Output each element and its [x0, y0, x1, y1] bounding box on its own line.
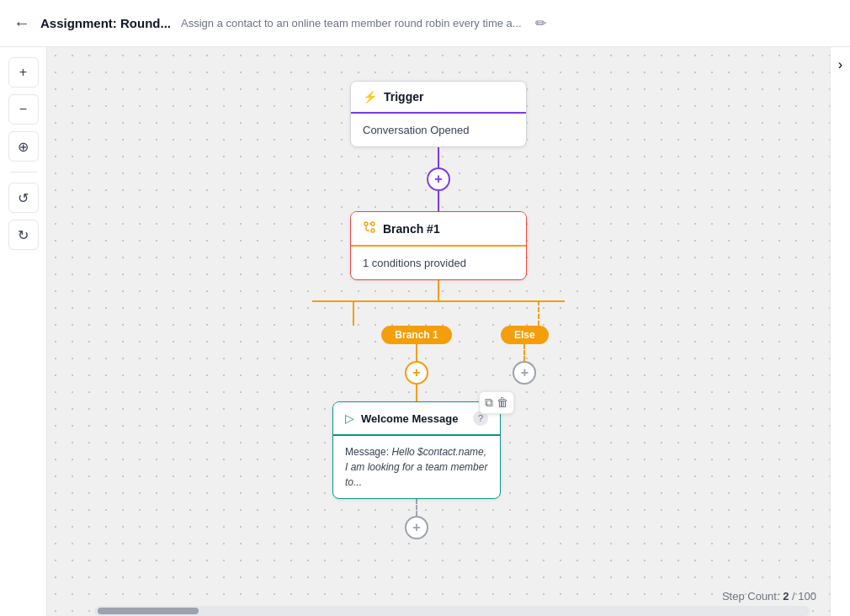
message-icon: ▷	[345, 412, 354, 425]
toolbar-divider	[10, 172, 37, 173]
branch-split-area: Branch 1 + ▷ Welcome Message ?	[304, 280, 573, 539]
trigger-icon: ⚡	[363, 90, 377, 104]
trigger-body: Conversation Opened	[351, 114, 526, 146]
svg-point-0	[364, 222, 368, 226]
else-column: Else +	[501, 326, 549, 385]
step-count-label: Step Count:	[722, 590, 780, 603]
branch1-column: Branch 1 + ▷ Welcome Message ?	[332, 326, 501, 539]
back-button[interactable]: ←	[13, 13, 30, 33]
page-title: Assignment: Round...	[40, 16, 171, 30]
message-node-wrapper: ▷ Welcome Message ? Message: Hello $cont…	[332, 401, 501, 499]
edit-icon[interactable]: ✏	[535, 15, 546, 31]
h-connector	[312, 300, 565, 302]
header-description: Assign a contact to an online team membe…	[181, 17, 522, 29]
branch1-vline	[353, 300, 354, 326]
step-count-current: 2	[783, 590, 789, 603]
trigger-title: Trigger	[384, 90, 423, 104]
redo-button[interactable]: ↻	[8, 220, 39, 250]
left-toolbar: + − ⊕ ↺ ↻	[0, 47, 47, 616]
connector-line-1	[438, 147, 439, 167]
else-dashed-vline	[523, 344, 525, 361]
zoom-in-button[interactable]: +	[8, 57, 39, 88]
else-vline	[538, 300, 539, 326]
message-title: Welcome Message	[361, 412, 466, 425]
message-node[interactable]: ▷ Welcome Message ? Message: Hello $cont…	[332, 401, 501, 499]
flow-container: ⚡ Trigger Conversation Opened +	[304, 81, 573, 539]
svg-point-2	[371, 222, 375, 226]
branch1-vline3	[416, 385, 417, 401]
step-count: Step Count: 2 / 100	[722, 590, 816, 603]
branch-vline	[438, 280, 439, 300]
right-panel-toggle[interactable]: ›	[830, 47, 850, 616]
svg-point-1	[371, 229, 375, 232]
add-button-after-msg[interactable]: +	[405, 516, 428, 539]
branch1-pill[interactable]: Branch 1	[381, 326, 451, 344]
connector-line-2	[438, 191, 439, 211]
trigger-node[interactable]: ⚡ Trigger Conversation Opened	[350, 81, 527, 147]
add-button-else[interactable]: +	[513, 361, 536, 385]
panel-toggle-icon: ›	[838, 57, 842, 72]
main-layout: + − ⊕ ↺ ↻ ⚡ Trigger Conversation Opened …	[0, 47, 850, 616]
canvas: ⚡ Trigger Conversation Opened +	[47, 47, 830, 616]
message-label: Message:	[345, 446, 389, 458]
message-header: ▷ Welcome Message ?	[333, 402, 500, 436]
add-button-1[interactable]: +	[427, 167, 450, 191]
branch-label-row: Branch 1 + ▷ Welcome Message ?	[312, 326, 565, 539]
else-pill[interactable]: Else	[501, 326, 549, 344]
branch-body: 1 conditions provided	[351, 247, 526, 279]
after-msg-vline	[416, 499, 417, 516]
header: ← Assignment: Round... Assign a contact …	[0, 0, 850, 47]
step-count-max: 100	[798, 590, 816, 603]
message-body: Message: Hello $contact.name, I am looki…	[333, 436, 500, 498]
trigger-header: ⚡ Trigger	[351, 82, 526, 114]
add-button-branch1[interactable]: +	[405, 361, 428, 385]
step-count-separator: /	[792, 590, 795, 603]
copy-button[interactable]: ⧉	[485, 396, 493, 410]
branch1-vline2	[416, 344, 417, 361]
undo-button[interactable]: ↺	[8, 183, 39, 213]
bottom-scrollbar[interactable]	[94, 606, 810, 616]
zoom-out-button[interactable]: −	[8, 94, 39, 125]
scrollbar-thumb	[98, 608, 199, 614]
connector-1: +	[427, 147, 450, 211]
branch-node[interactable]: Branch #1 1 conditions provided	[350, 211, 527, 280]
branch-icon	[363, 220, 376, 236]
center-button[interactable]: ⊕	[8, 131, 39, 162]
node-actions: ⧉ 🗑	[479, 391, 514, 414]
delete-button[interactable]: 🗑	[497, 396, 508, 410]
branch-title: Branch #1	[383, 222, 440, 236]
branch-header: Branch #1	[351, 212, 526, 247]
